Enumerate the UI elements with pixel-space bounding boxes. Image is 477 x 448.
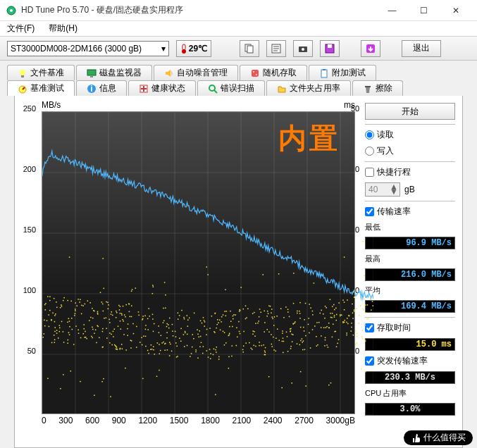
tab-row-2: 基准测试 i信息 健康状态 错误扫描 文件夹占用率 擦除 (7, 80, 470, 96)
svg-rect-5 (247, 46, 253, 53)
arrow-down-icon (365, 43, 376, 54)
access-value: 15.0 ms (365, 338, 455, 351)
tab-error-scan[interactable]: 错误扫描 (197, 80, 265, 96)
menu-file[interactable]: 文件(F) (4, 21, 37, 36)
copy-info-button[interactable] (240, 40, 259, 57)
tab-random[interactable]: 随机存取 (240, 65, 307, 80)
cpu-value: 3.0% (365, 403, 455, 416)
access-time-check[interactable]: 存取时间 (365, 322, 455, 334)
tab-benchmark[interactable]: 基准测试 (7, 80, 75, 96)
chart-column: MB/s ms 25020015010050 50403020100 内置 03… (22, 100, 359, 440)
title-bar: HD Tune Pro 5.70 - 硬盘/固态硬盘实用程序 ― ☐ ✕ (0, 0, 477, 21)
svg-rect-2 (182, 44, 185, 50)
tab-aam[interactable]: 自动噪音管理 (154, 65, 238, 80)
chart-box: 内置 (42, 111, 355, 414)
thermometer-icon (180, 43, 187, 54)
svg-rect-13 (328, 44, 332, 48)
svg-rect-30 (141, 88, 147, 89)
speaker-icon (164, 68, 174, 78)
svg-point-3 (182, 49, 186, 54)
thumbs-up-icon (411, 433, 421, 443)
svg-line-32 (214, 90, 217, 93)
tab-extra[interactable]: 附加测试 (309, 65, 376, 80)
tab-erase[interactable]: 擦除 (352, 80, 403, 96)
side-panel: 开始 读取 写入 快捷行程 40▲▼ gB 传输速率 最低 96.9 MB/s … (365, 100, 455, 440)
burst-value: 230.3 MB/s (365, 371, 455, 384)
bulb-icon (18, 68, 27, 78)
chevron-down-icon: ▾ (161, 44, 166, 54)
copy-icon (244, 43, 255, 54)
max-label: 最高 (365, 254, 455, 264)
overlay-text: 内置 (278, 119, 340, 158)
svg-rect-18 (90, 76, 93, 77)
copy-text-button[interactable] (266, 40, 286, 57)
tab-file-benchmark[interactable]: 文件基准 (7, 65, 75, 80)
app-icon (6, 5, 17, 16)
tab-disk-monitor[interactable]: 磁盘监视器 (76, 65, 152, 80)
svg-rect-16 (21, 75, 24, 77)
tab-area: 文件基准 磁盘监视器 自动噪音管理 随机存取 附加测试 基准测试 i信息 健康状… (0, 61, 477, 448)
screenshot-button[interactable] (293, 40, 313, 57)
trash-icon (363, 84, 373, 94)
tab-health[interactable]: 健康状态 (128, 80, 196, 96)
short-stroke-check[interactable]: 快捷行程 (365, 166, 455, 178)
window-title: HD Tune Pro 5.70 - 硬盘/固态硬盘实用程序 (21, 4, 376, 16)
menu-bar: 文件(F) 帮助(H) (0, 21, 477, 37)
minimize-button[interactable]: ― (376, 1, 408, 20)
camera-icon (297, 43, 309, 54)
transfer-rate-check[interactable]: 传输速率 (365, 206, 455, 218)
search-icon (208, 84, 218, 94)
temperature-value: 29℃ (189, 44, 207, 54)
svg-rect-33 (365, 86, 371, 87)
svg-rect-17 (87, 70, 96, 75)
menu-help[interactable]: 帮助(H) (46, 21, 80, 36)
options-button[interactable] (361, 40, 380, 57)
cpu-label: CPU 占用率 (365, 388, 455, 399)
svg-point-21 (256, 74, 257, 75)
svg-rect-23 (323, 69, 326, 70)
read-radio[interactable]: 读取 (365, 129, 455, 141)
info-icon: i (87, 84, 97, 94)
dice-icon (250, 68, 260, 78)
min-label: 最低 (365, 222, 455, 232)
text-icon (271, 43, 282, 54)
svg-point-31 (209, 85, 215, 91)
svg-rect-22 (321, 70, 327, 77)
svg-point-15 (20, 70, 25, 75)
max-value: 216.0 MB/s (365, 268, 455, 281)
health-icon (139, 84, 149, 94)
maximize-button[interactable]: ☐ (408, 1, 440, 20)
monitor-icon (87, 68, 97, 78)
avg-label: 平均 (365, 285, 455, 296)
drive-select[interactable]: ST3000DM008-2DM166 (3000 gB) ▾ (7, 41, 169, 56)
avg-value: 169.4 MB/s (365, 300, 455, 313)
watermark: 什么值得买 (404, 430, 473, 445)
write-radio[interactable]: 写入 (365, 145, 455, 157)
svg-text:i: i (90, 84, 92, 94)
tab-row-1: 文件基准 磁盘监视器 自动噪音管理 随机存取 附加测试 (7, 65, 470, 80)
toolbar: ST3000DM008-2DM166 (3000 gB) ▾ 29℃ 退出 (0, 37, 477, 61)
temperature-box: 29℃ (176, 40, 211, 57)
start-button[interactable]: 开始 (365, 103, 455, 120)
drive-select-value: ST3000DM008-2DM166 (3000 gB) (11, 44, 142, 54)
gauge-icon (18, 84, 27, 94)
burst-rate-check[interactable]: 突发传输速率 (365, 355, 455, 367)
short-stroke-unit: gB (404, 185, 415, 194)
y-axis-left-unit: MB/s (42, 100, 61, 110)
tab-info[interactable]: i信息 (76, 80, 127, 96)
svg-rect-19 (252, 70, 259, 77)
svg-point-20 (253, 71, 254, 73)
folder-icon (277, 84, 287, 94)
save-button[interactable] (320, 40, 340, 57)
x-ticks: 03006009001200150018002100240027003000gB (42, 416, 355, 425)
svg-point-11 (302, 48, 304, 51)
tab-folder-usage[interactable]: 文件夹占用率 (266, 80, 351, 96)
exit-button[interactable]: 退出 (402, 40, 441, 57)
min-value: 96.9 MB/s (365, 237, 455, 249)
svg-point-1 (10, 9, 13, 12)
close-button[interactable]: ✕ (440, 1, 471, 20)
y-ticks-left: 25020015010050 (19, 108, 39, 411)
benchmark-content: MB/s ms 25020015010050 50403020100 内置 03… (14, 96, 463, 448)
clipboard-icon (319, 68, 329, 78)
save-icon (324, 43, 335, 54)
